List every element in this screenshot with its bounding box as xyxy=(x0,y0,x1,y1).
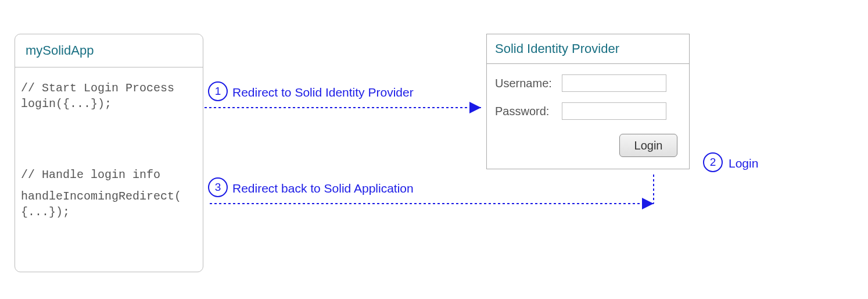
login-button[interactable]: Login xyxy=(619,134,677,157)
idp-title: Solid Identity Provider xyxy=(487,34,689,64)
password-input[interactable] xyxy=(562,102,666,120)
code-comment-2: // Handle login info xyxy=(21,167,197,183)
code-call-2a: handleIncomingRedirect( xyxy=(21,188,197,204)
username-label: Username: xyxy=(495,77,562,90)
step-3-badge: 3 xyxy=(208,177,228,197)
username-row: Username: xyxy=(495,74,681,92)
step-1-label: Redirect to Solid Identity Provider xyxy=(232,86,414,99)
password-row: Password: xyxy=(495,102,681,120)
app-box: mySolidApp // Start Login Process login(… xyxy=(15,34,203,272)
password-label: Password: xyxy=(495,105,562,118)
idp-box: Solid Identity Provider Username: Passwo… xyxy=(486,34,690,169)
username-input[interactable] xyxy=(562,74,666,92)
step-1-number: 1 xyxy=(215,85,221,98)
step-3-number: 3 xyxy=(215,181,221,194)
code-comment-1: // Start Login Process xyxy=(21,80,197,96)
app-code-body: // Start Login Process login({...}); // … xyxy=(15,67,203,226)
step-3-label: Redirect back to Solid Application xyxy=(232,181,414,195)
step-2-label: Login xyxy=(729,156,758,170)
code-call-1: login({...}); xyxy=(21,96,197,112)
step-2-badge: 2 xyxy=(703,152,723,172)
step-2-number: 2 xyxy=(710,156,716,169)
app-title: mySolidApp xyxy=(15,34,203,67)
step-1-badge: 1 xyxy=(208,81,228,101)
code-call-2b: {...}); xyxy=(21,204,197,220)
